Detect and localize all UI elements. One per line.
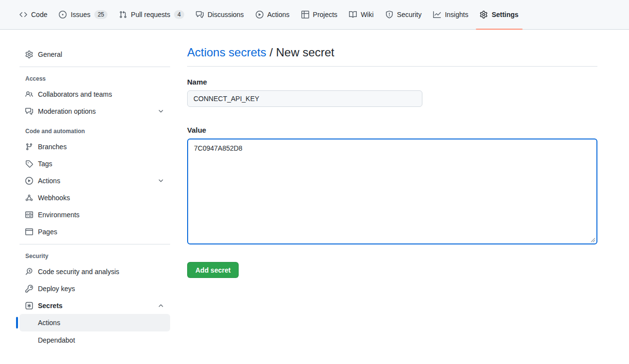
tab-code[interactable]: Code [16, 0, 51, 29]
sidebar-item-deploy-keys[interactable]: Deploy keys [19, 280, 170, 297]
sidebar-item-label: Secrets [38, 302, 63, 310]
add-secret-button[interactable]: Add secret [187, 262, 239, 278]
sidebar-item-collaborators-and-teams[interactable]: Collaborators and teams [19, 86, 170, 103]
secret-name-input[interactable] [187, 90, 422, 107]
git-pull-request-icon [119, 11, 127, 18]
sidebar-item-label: Deploy keys [38, 285, 75, 293]
play-icon [256, 11, 263, 18]
codescan-icon [25, 268, 33, 276]
gear-icon [25, 51, 33, 58]
sidebar-item-label: Moderation options [38, 107, 96, 115]
sidebar-item-tags[interactable]: Tags [19, 155, 170, 172]
resize-grip-icon[interactable] [591, 238, 595, 243]
comment-discussion-icon [25, 107, 33, 115]
shield-icon [385, 11, 393, 18]
sidebar-item-label: Actions [38, 177, 60, 185]
tab-label: Projects [313, 11, 338, 18]
sidebar-item-label: Branches [38, 143, 67, 151]
code-icon [19, 11, 27, 18]
sidebar-item-branches[interactable]: Branches [19, 138, 170, 155]
sidebar-item-actions[interactable]: Actions [19, 172, 170, 189]
tab-actions[interactable]: Actions [252, 0, 294, 29]
server-icon [25, 211, 33, 219]
sidebar-item-label: Tags [38, 160, 52, 168]
sidebar-item-label: Code security and analysis [38, 268, 119, 276]
tab-label: Settings [491, 11, 518, 18]
tab-label: Code [31, 11, 47, 18]
settings-sidebar: General Access Collaborators and teams M… [19, 30, 170, 364]
browser-icon [25, 228, 33, 236]
tab-pull-requests[interactable]: Pull requests 4 [115, 0, 188, 29]
tab-label: Security [397, 11, 422, 18]
breadcrumb-current: New secret [276, 46, 334, 59]
sidebar-item-general[interactable]: General [19, 46, 170, 63]
sidebar-item-moderation-options[interactable]: Moderation options [19, 103, 170, 120]
secret-value-textarea[interactable]: 7C0947A852D8 [187, 139, 597, 244]
book-icon [349, 11, 357, 18]
sidebar-item-label: General [38, 51, 62, 58]
graph-icon [433, 11, 441, 18]
secret-value-wrap: 7C0947A852D8 [187, 139, 597, 244]
sidebar-item-environments[interactable]: Environments [19, 206, 170, 223]
main-content: Actions secrets / New secret Name Value … [187, 30, 597, 364]
name-label: Name [187, 78, 597, 86]
sidebar-item-webhooks[interactable]: Webhooks [19, 189, 170, 206]
repo-nav: Code Issues 25 Pull requests 4 Discussio… [0, 0, 629, 30]
tab-label: Issues [70, 11, 90, 18]
tab-label: Discussions [208, 11, 244, 18]
tag-icon [25, 160, 33, 168]
sidebar-item-label: Pages [38, 228, 57, 236]
sidebar-section-access: Access [19, 71, 170, 86]
tab-settings[interactable]: Settings [476, 0, 522, 29]
key-icon [25, 285, 33, 293]
sidebar-subitem-dependabot[interactable]: Dependabot [19, 331, 170, 349]
tab-security[interactable]: Security [382, 0, 426, 29]
value-label: Value [187, 126, 597, 134]
sidebar-item-label: Environments [38, 211, 80, 219]
tab-wiki[interactable]: Wiki [345, 0, 377, 29]
sidebar-item-code-security-and-analysis[interactable]: Code security and analysis [19, 263, 170, 280]
gear-icon [480, 11, 488, 18]
issues-count-badge: 25 [94, 10, 107, 19]
sidebar-item-pages[interactable]: Pages [19, 223, 170, 240]
tab-issues[interactable]: Issues 25 [55, 0, 111, 29]
webhook-icon [25, 194, 33, 202]
table-icon [301, 11, 309, 18]
sidebar-subitem-label: Dependabot [38, 336, 75, 344]
tab-label: Wiki [361, 11, 373, 18]
sidebar-subitem-label: Actions [38, 319, 60, 327]
pull-requests-count-badge: 4 [174, 10, 184, 19]
breadcrumb-actions-secrets-link[interactable]: Actions secrets [187, 46, 266, 59]
tab-label: Actions [267, 11, 290, 18]
sidebar-section-code-and-automation: Code and automation [19, 123, 170, 138]
key-asterisk-icon [25, 302, 33, 310]
tab-projects[interactable]: Projects [297, 0, 342, 29]
comment-discussion-icon [196, 11, 204, 18]
sidebar-item-label: Webhooks [38, 194, 70, 202]
chevron-up-icon [157, 302, 164, 309]
sidebar-subitem-actions[interactable]: Actions [19, 314, 170, 331]
sidebar-divider [19, 67, 170, 67]
tab-discussions[interactable]: Discussions [192, 0, 248, 29]
play-icon [25, 177, 33, 185]
chevron-down-icon [157, 108, 164, 115]
tab-label: Insights [445, 11, 468, 18]
sidebar-item-secrets[interactable]: Secrets [19, 297, 170, 314]
issue-opened-icon [59, 11, 67, 18]
tab-insights[interactable]: Insights [429, 0, 472, 29]
sidebar-item-label: Collaborators and teams [38, 90, 112, 98]
git-branch-icon [25, 143, 33, 151]
title-divider [187, 66, 597, 67]
breadcrumb-separator: / [269, 46, 273, 59]
people-icon [25, 90, 33, 98]
sidebar-divider [19, 244, 170, 244]
chevron-down-icon [157, 177, 164, 184]
sidebar-section-security: Security [19, 248, 170, 263]
tab-label: Pull requests [131, 11, 170, 18]
page-title: Actions secrets / New secret [187, 46, 597, 59]
